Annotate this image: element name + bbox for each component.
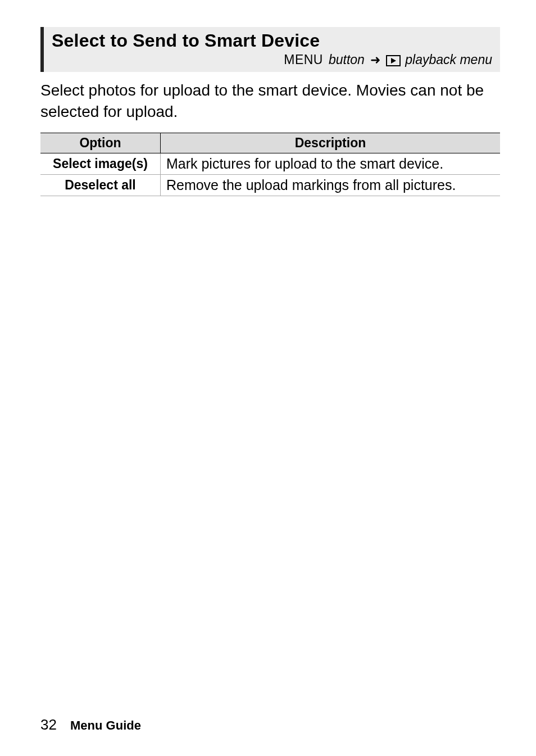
description-cell: Remove the upload markings from all pict… — [160, 174, 500, 196]
table-header-row: Option Description — [40, 133, 500, 153]
description-cell: Mark pictures for upload to the smart de… — [160, 153, 500, 174]
menu-label: MENU — [284, 52, 323, 67]
section-breadcrumb: MENU button ➜ playback menu — [52, 52, 492, 67]
arrow-icon: ➜ — [370, 54, 380, 66]
page-number: 32 — [40, 716, 57, 733]
col-description: Description — [160, 133, 500, 153]
playback-icon — [386, 55, 401, 66]
options-table: Option Description Select image(s) Mark … — [40, 133, 500, 196]
footer-section: Menu Guide — [70, 718, 141, 732]
playback-group: playback menu — [386, 52, 492, 67]
page-footer: 32 Menu Guide — [40, 716, 141, 734]
section-heading: Select to Send to Smart Device MENU butt… — [40, 27, 500, 72]
table-row: Select image(s) Mark pictures for upload… — [40, 153, 500, 174]
section-title: Select to Send to Smart Device — [52, 30, 492, 51]
col-option: Option — [40, 133, 160, 153]
table-row: Deselect all Remove the upload markings … — [40, 174, 500, 196]
section-body: Select photos for upload to the smart de… — [40, 80, 500, 123]
button-word: button — [329, 52, 365, 67]
option-cell: Select image(s) — [40, 153, 160, 174]
option-cell: Deselect all — [40, 174, 160, 196]
playback-menu-label: playback menu — [405, 52, 492, 67]
